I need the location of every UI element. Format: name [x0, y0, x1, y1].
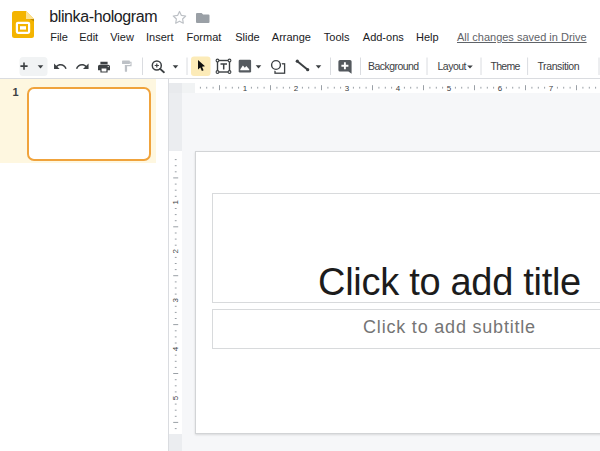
svg-text:1: 1 — [171, 199, 180, 204]
svg-text:3: 3 — [345, 84, 350, 93]
svg-text:5: 5 — [447, 84, 452, 93]
svg-text:2: 2 — [294, 84, 299, 93]
svg-text:5: 5 — [171, 395, 180, 400]
svg-text:1: 1 — [243, 84, 248, 93]
svg-text:4: 4 — [171, 346, 180, 351]
svg-text:6: 6 — [498, 84, 503, 93]
svg-text:4: 4 — [396, 84, 401, 93]
svg-text:7: 7 — [549, 84, 554, 93]
svg-text:2: 2 — [171, 248, 180, 253]
svg-text:3: 3 — [171, 297, 180, 302]
